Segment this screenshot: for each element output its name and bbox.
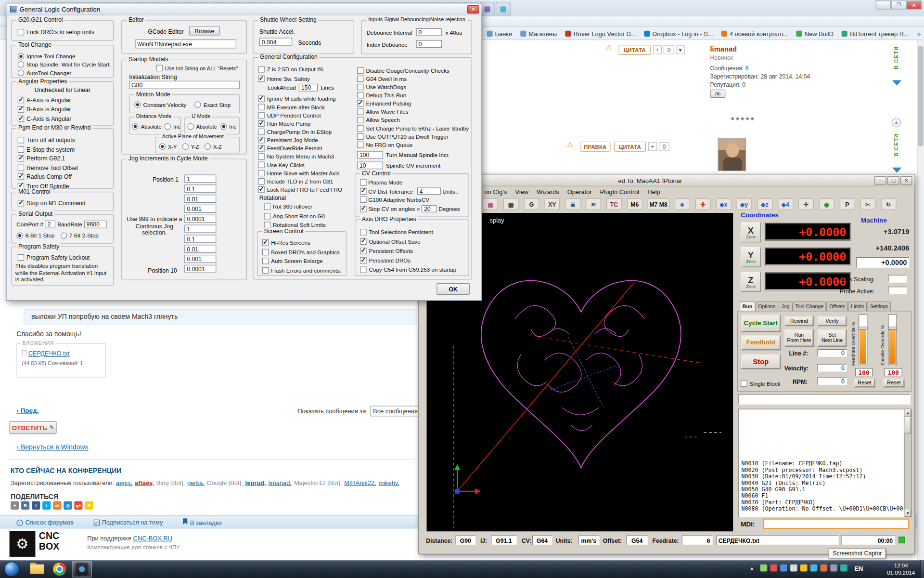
- checkbox-option[interactable]: Lock Rapid FRO to Feed FRO: [258, 185, 342, 193]
- checkbox-option[interactable]: FeedOverRide Persist: [258, 144, 342, 152]
- menu-item[interactable]: Operator: [563, 188, 596, 195]
- checkbox[interactable]: [357, 133, 363, 139]
- checkbox[interactable]: [357, 75, 363, 81]
- gcode-scrollbar[interactable]: ▲ ▼: [904, 409, 911, 517]
- checkbox-option[interactable]: Z is 2.5D on Output #6: [258, 65, 323, 74]
- gcode-line[interactable]: N0040 G21 (Units: Metric): [741, 480, 904, 486]
- axis-z-icon[interactable]: ◆z: [757, 198, 772, 210]
- prev-page-link[interactable]: ‹ Пред.: [16, 407, 38, 414]
- tray-icon[interactable]: [830, 565, 837, 572]
- checkbox[interactable]: [258, 104, 264, 110]
- radio-option[interactable]: 7 Bit 2-Stop: [61, 232, 99, 238]
- scroll-up-arrow[interactable]: ▲: [905, 409, 911, 417]
- reply-button[interactable]: ОТВЕТИТЬ✎: [10, 421, 57, 434]
- gcode-listing[interactable]: N0010 (Filename: СЕРДЕЧКО.tap)N0020 (Pos…: [738, 409, 904, 517]
- bookmarks-overflow-chevron[interactable]: »: [917, 30, 921, 37]
- checkbox[interactable]: [262, 258, 269, 264]
- m7-m8-icon[interactable]: M7 M8: [648, 198, 669, 210]
- checkbox[interactable]: [264, 213, 270, 219]
- axis-dro[interactable]: +0.0000: [765, 273, 851, 290]
- checkbox[interactable]: [258, 161, 264, 168]
- checkbox[interactable]: [262, 249, 269, 255]
- radio-option[interactable]: Inc: [165, 123, 180, 130]
- tray-icon[interactable]: [770, 565, 777, 572]
- minimize-button[interactable]: –: [874, 176, 886, 184]
- comport-input[interactable]: 2: [45, 221, 56, 228]
- radio-option[interactable]: Absolute: [132, 123, 161, 130]
- checkbox-option[interactable]: Ignore M calls while loading: [258, 94, 342, 103]
- spindle-ov-increment-input[interactable]: 10: [357, 162, 383, 170]
- mach3-tab[interactable]: Limits: [848, 302, 867, 312]
- display-icon[interactable]: ▩: [503, 198, 519, 210]
- checkbox-option[interactable]: Use WatchDogs: [357, 82, 469, 91]
- checkbox-option[interactable]: Boxed DRO's and Graphics: [262, 248, 341, 257]
- checkbox[interactable]: [258, 170, 264, 176]
- rep-plus-button[interactable]: +: [648, 142, 657, 151]
- language-indicator[interactable]: EN: [855, 565, 863, 572]
- checkbox[interactable]: [357, 141, 363, 147]
- maximize-button[interactable]: [891, 0, 906, 9]
- checkbox[interactable]: [258, 136, 264, 143]
- cnc-box-logo[interactable]: ⚙: [10, 531, 36, 557]
- checkbox-option[interactable]: Stop CV on angles > 20 Degrees: [360, 205, 460, 212]
- radio[interactable]: [187, 123, 193, 130]
- jog-increment-input[interactable]: 1: [184, 225, 216, 233]
- close-button[interactable]: ✕: [467, 5, 479, 13]
- checkbox[interactable]: [262, 239, 269, 246]
- checkbox[interactable]: [258, 112, 264, 118]
- username-link[interactable]: mikehv,: [379, 479, 399, 486]
- tray-expand-button[interactable]: ▲: [750, 565, 755, 571]
- post-author-name[interactable]: limanad: [710, 45, 737, 53]
- checkbox-option[interactable]: Enhanced Pulsing: [357, 99, 469, 107]
- checkbox-option[interactable]: G100 Adaptive NurbsCV: [360, 197, 429, 203]
- radio[interactable]: [16, 232, 23, 238]
- checkbox[interactable]: [357, 83, 363, 90]
- checkbox-option[interactable]: Stop on M1 Command: [18, 199, 86, 208]
- checkbox-option[interactable]: Disable Gouge/Concavity Checks: [357, 66, 469, 74]
- checkbox-option[interactable]: Allow Speech: [357, 116, 469, 124]
- checkbox[interactable]: [18, 137, 24, 143]
- username-link[interactable]: Google [Bot],: [207, 479, 243, 486]
- checkbox-option[interactable]: Home Slave with Master Axis: [258, 169, 342, 177]
- cv-dist-tolerance-input[interactable]: 4: [417, 187, 441, 195]
- radio[interactable]: [182, 144, 188, 150]
- lookahead-input[interactable]: 150: [299, 84, 318, 92]
- tray-icon[interactable]: [840, 565, 847, 572]
- bookmark-item[interactable]: Rover Logo Vector D...: [565, 30, 636, 37]
- maximize-button[interactable]: ▢: [887, 176, 899, 184]
- checkbox[interactable]: [357, 108, 363, 115]
- checkbox-option[interactable]: No System Menu in Mach3: [258, 152, 342, 160]
- checkbox[interactable]: [18, 96, 24, 103]
- mach3-titlebar[interactable]: ed To: MaoAA1 ÏPtonar – ▢ ✕: [419, 174, 915, 186]
- scrollbar-thumb[interactable]: [918, 46, 924, 146]
- gcode-line[interactable]: N0030 (Date:01/09/2014 Time:12:52:12): [741, 473, 904, 479]
- zero-axis-button[interactable]: Z Zero: [741, 272, 761, 292]
- gcode-line[interactable]: N0080 (Operation: No Offset. \U+00D1\U+0…: [741, 505, 904, 512]
- checkbox[interactable]: [18, 106, 24, 112]
- taskbar-item-chrome[interactable]: [50, 561, 70, 577]
- report-warning-icon[interactable]: ⚠: [606, 44, 612, 52]
- checkbox-option[interactable]: ChargePump On in EStop: [258, 127, 342, 135]
- feedrate-reset-button[interactable]: Reset: [854, 379, 875, 387]
- menu-item[interactable]: Wizards: [533, 188, 564, 195]
- checkbox-option[interactable]: Run Macro Pump: [258, 119, 342, 127]
- share-plus-icon[interactable]: +: [11, 501, 19, 510]
- share-tw-icon[interactable]: t: [42, 501, 51, 510]
- radio[interactable]: [220, 123, 227, 130]
- tray-icon[interactable]: [820, 565, 827, 572]
- axis-y-icon[interactable]: ◆y: [736, 198, 752, 210]
- checkbox-option[interactable]: Persistent Jog Mode.: [258, 136, 342, 144]
- axis-4-icon[interactable]: ◆4: [778, 198, 793, 210]
- checkbox[interactable]: [360, 238, 366, 244]
- jog-increment-input[interactable]: 0.0001: [184, 265, 216, 273]
- radio[interactable]: [18, 53, 24, 59]
- checkbox-option[interactable]: Flash Errors and comments.: [262, 266, 341, 275]
- radio-option[interactable]: Stop Spindle. Wait for Cycle Start.: [18, 60, 111, 68]
- quote-button[interactable]: ЦИТАТА: [614, 142, 646, 152]
- checkbox-option[interactable]: Perform G92.1: [18, 154, 78, 163]
- checkbox-option[interactable]: A-Axis is Angular: [18, 95, 72, 105]
- palette-icon[interactable]: ▦: [483, 198, 498, 210]
- menu-item[interactable]: on Cfg's: [480, 188, 511, 195]
- checkbox[interactable]: [258, 145, 264, 151]
- username-link[interactable]: MIHAnik22,: [344, 479, 376, 486]
